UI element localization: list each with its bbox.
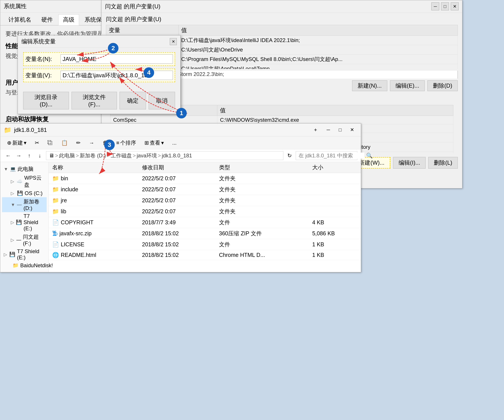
sidebar-item-baidu[interactable]: 📁 BaiduNetdisk! xyxy=(2,262,47,270)
sidebar-item-f[interactable]: ▷ — 闫文超 (F:) xyxy=(2,233,47,247)
sidebar-pc-label: 此电脑 xyxy=(18,166,33,173)
system-vars-edit-btn[interactable]: 编辑(I)... xyxy=(393,157,426,169)
search-box[interactable]: 🔍 xyxy=(296,151,357,160)
file-size xyxy=(309,173,361,184)
user-var-val: C:\Program Files\MySQL\MySQL Shell 8.0\b… xyxy=(179,54,458,64)
toolbar-view-btn[interactable]: ⊞ 查看 ▾ xyxy=(141,138,167,148)
paste-icon: 📋 xyxy=(61,140,68,146)
edit-dialog-title-text: 编辑系统变量 xyxy=(21,38,56,45)
file-table-row[interactable]: 📁include2022/5/2 0:07文件夹 xyxy=(49,184,361,195)
file-table-row[interactable]: 📁bin2022/5/2 0:07文件夹 xyxy=(49,173,361,184)
env-close-btn[interactable]: ✕ xyxy=(451,2,459,10)
path-jdk[interactable]: jdk1.8.0_181 xyxy=(162,153,192,159)
nav-forward-btn[interactable]: → xyxy=(14,151,23,160)
var-name-input[interactable] xyxy=(60,54,173,64)
file-type: 文件夹 xyxy=(216,184,309,195)
file-table-row[interactable]: 🌐README.html2018/8/2 15:02Chrome HTML D.… xyxy=(49,250,361,260)
sidebar-item-c[interactable]: ▷ 💾 OS (C:) xyxy=(2,189,47,197)
sys-var-val: C:\WINDOWS\system32\cmd.exe xyxy=(217,116,453,124)
path-java[interactable]: java环境 xyxy=(137,152,157,159)
explorer-new-tab-btn[interactable]: + xyxy=(311,125,320,134)
env-title-controls: ─ □ ✕ xyxy=(431,2,459,10)
env-window-title: 闫文超 的用户变量(U) xyxy=(105,3,160,10)
toolbar-sort-btn[interactable]: ≡ 个排序 xyxy=(113,138,139,148)
col-name[interactable]: 名称 xyxy=(49,162,138,173)
user-var-val: D:\工作磁盘\java环境\idea\IntelliJ IDEA 2022.1… xyxy=(179,36,458,45)
file-table-row[interactable]: 🗜javafx-src.zip2018/8/2 15:02360压缩 ZIP 文… xyxy=(49,228,361,239)
edit-system-var-dialog: 编辑系统变量 ✕ 变量名(N): 变量值(V): 浏览目录(D)... 浏览文件… xyxy=(18,35,180,114)
search-input[interactable] xyxy=(299,153,364,159)
file-type: 文件夹 xyxy=(216,173,309,184)
user-vars-edit-btn[interactable]: 编辑(E)... xyxy=(390,80,425,91)
toolbar-copy-btn[interactable]: ⿻ xyxy=(44,138,56,148)
sidebar-baidu-label: BaiduNetdisk! xyxy=(20,262,53,269)
var-value-label: 变量值(V): xyxy=(25,72,60,79)
toolbar-new-btn[interactable]: ⊕ 新建 ▾ xyxy=(4,138,30,148)
col-type[interactable]: 类型 xyxy=(216,162,309,173)
path-pc[interactable]: 此电脑 xyxy=(59,152,75,159)
tab-advanced[interactable]: 高级 xyxy=(58,14,79,25)
sort-icon: ≡ xyxy=(116,140,119,146)
nav-down-btn[interactable]: ↓ xyxy=(36,151,44,160)
file-name: 📄LICENSE xyxy=(49,239,138,250)
annotation-3: 3 xyxy=(104,139,115,150)
tab-hardware[interactable]: 硬件 xyxy=(37,14,57,25)
view-icon: ⊞ xyxy=(144,140,149,146)
path-drive[interactable]: 新加卷 (D:) xyxy=(80,152,106,159)
edit-dialog-ok-btn[interactable]: 确定 xyxy=(120,92,146,109)
sidebar-item-wps[interactable]: ▷ ☁️ WPS云盘 xyxy=(2,174,47,189)
file-table-row[interactable]: 📁lib2022/5/2 0:07文件夹 xyxy=(49,206,361,217)
col-size[interactable]: 大小 xyxy=(309,162,361,173)
file-table-row[interactable]: 📄LICENSE2018/8/2 15:02文件1 KB xyxy=(49,239,361,250)
edit-dialog-cancel-btn[interactable]: 取消 xyxy=(149,92,175,109)
sidebar-item-pc[interactable]: ▼ 💻 此电脑 xyxy=(2,165,47,174)
var-value-input[interactable] xyxy=(60,71,173,80)
nav-back-btn[interactable]: ← xyxy=(4,151,12,160)
col-date[interactable]: 修改日期 xyxy=(138,162,216,173)
file-date: 2018/7/7 3:49 xyxy=(138,217,216,228)
system-vars-delete-btn[interactable]: 删除(L) xyxy=(428,157,458,169)
toolbar-rename-btn[interactable]: ✏ xyxy=(73,138,84,148)
sidebar-e1-label: T7 Shield (E:) xyxy=(24,213,45,232)
user-vars-new-btn[interactable]: 新建(N)... xyxy=(352,80,387,91)
sidebar-item-d[interactable]: ▼ — 新加卷 (D:) xyxy=(2,197,47,212)
sidebar-item-e1[interactable]: ▷ 💾 T7 Shield (E:) xyxy=(2,212,47,233)
path-work[interactable]: 工作磁盘 xyxy=(111,152,132,159)
file-size xyxy=(309,195,361,206)
address-refresh-btn[interactable]: ↻ xyxy=(285,151,294,160)
browse-dir-btn[interactable]: 浏览目录(D)... xyxy=(23,92,69,109)
nav-up-btn[interactable]: ↑ xyxy=(25,151,34,160)
explorer-maximize-btn[interactable]: □ xyxy=(335,126,345,134)
toolbar-move-btn[interactable]: → xyxy=(86,138,97,148)
sys-vars-table-row[interactable]: ComSpecC:\WINDOWS\system32\cmd.exe xyxy=(111,116,453,124)
file-type: Chrome HTML D... xyxy=(216,250,309,260)
expand-icon-wps: ▷ xyxy=(11,179,15,184)
env-maximize-btn[interactable]: □ xyxy=(441,2,449,10)
expand-icon-t7: ▷ xyxy=(4,252,7,257)
explorer-minimize-btn[interactable]: ─ xyxy=(323,126,334,134)
edit-dialog-title-bar: 编辑系统变量 ✕ xyxy=(18,36,180,48)
file-date: 2022/5/2 0:07 xyxy=(138,195,216,206)
explorer-content: 名称 修改日期 类型 大小 📁bin2022/5/2 0:07文件夹📁inclu… xyxy=(49,162,361,272)
sidebar-item-t7[interactable]: ▷ 💾 T7 Shield (E:) xyxy=(2,247,47,262)
toolbar-cut-btn[interactable]: ✂ xyxy=(31,138,42,148)
browse-file-btn[interactable]: 浏览文件(F)... xyxy=(72,92,117,109)
user-var-val: C:\Users\闫文超\AppData\Local\Temp xyxy=(179,64,458,69)
user-var-val: C:\Users\闫文超\OneDrive xyxy=(179,45,458,54)
search-icon: 🔍 xyxy=(366,153,373,159)
toolbar-more-btn[interactable]: ... xyxy=(169,138,180,148)
address-path[interactable]: 🖥 > 此电脑 > 新加卷 (D:) > 工作磁盘 > java环境 > jdk… xyxy=(46,151,283,160)
file-explorer-window: 📁 jdk1.8.0_181 + ─ □ ✕ ⊕ 新建 ▾ ✂ ⿻ 📋 ✏ → … xyxy=(0,123,361,272)
file-table-row[interactable]: 📄COPYRIGHT2018/7/7 3:49文件4 KB xyxy=(49,217,361,228)
explorer-close-btn[interactable]: ✕ xyxy=(347,126,357,134)
tab-computer-name[interactable]: 计算机名 xyxy=(4,14,36,25)
plus-icon: ⊕ xyxy=(7,140,12,146)
file-table-row[interactable]: 📁jre2022/5/2 0:07文件夹 xyxy=(49,195,361,206)
toolbar-paste-btn[interactable]: 📋 xyxy=(58,138,71,148)
sidebar-c-label: OS (C:) xyxy=(25,190,42,196)
edit-dialog-close-btn[interactable]: ✕ xyxy=(170,38,177,45)
copy-icon: ⿻ xyxy=(48,140,53,146)
env-minimize-btn[interactable]: ─ xyxy=(431,2,439,10)
user-vars-delete-btn[interactable]: 删除(D) xyxy=(427,80,458,91)
file-type: 文件 xyxy=(216,217,309,228)
